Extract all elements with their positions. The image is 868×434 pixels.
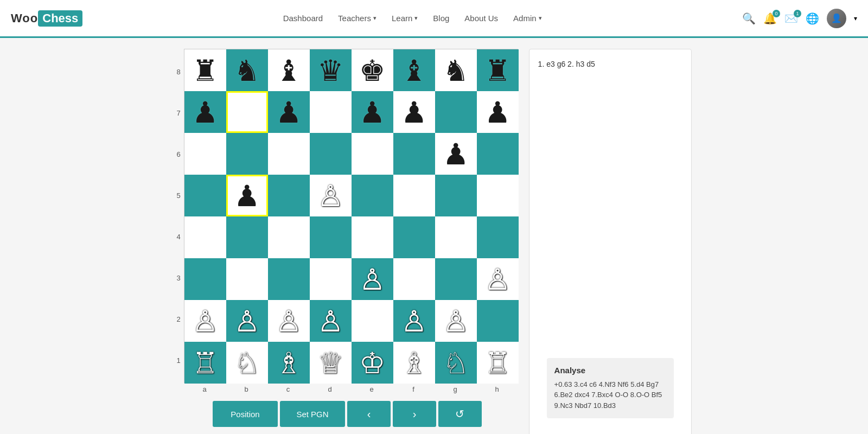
- nav-dashboard[interactable]: Dashboard: [283, 14, 323, 23]
- chess-piece: ♙: [484, 265, 510, 294]
- square[interactable]: ♙: [310, 300, 352, 342]
- square[interactable]: ♙: [393, 300, 435, 342]
- square[interactable]: ♟: [352, 91, 393, 133]
- square[interactable]: ♘: [435, 342, 477, 384]
- square[interactable]: ♟: [268, 91, 310, 133]
- learn-chevron: ▾: [414, 15, 418, 22]
- file-c: c: [267, 385, 309, 393]
- square[interactable]: [435, 216, 477, 258]
- square[interactable]: [352, 133, 393, 175]
- teachers-chevron: ▾: [373, 15, 376, 22]
- nav-teachers[interactable]: Teachers ▾: [338, 14, 376, 23]
- square[interactable]: [435, 175, 477, 216]
- rank-3: 3: [176, 257, 180, 298]
- square[interactable]: ♖: [477, 342, 519, 384]
- file-b: b: [226, 385, 267, 393]
- square[interactable]: [393, 175, 435, 216]
- nav-blog[interactable]: Blog: [433, 14, 449, 23]
- chess-piece: ♙: [276, 307, 302, 336]
- square[interactable]: ♛: [310, 49, 352, 91]
- square[interactable]: [268, 258, 310, 300]
- square[interactable]: ♞: [226, 49, 268, 91]
- square[interactable]: [477, 300, 519, 342]
- square[interactable]: [477, 216, 519, 258]
- avatar-chevron[interactable]: ▾: [854, 15, 857, 22]
- square[interactable]: [393, 133, 435, 175]
- square[interactable]: ♙: [268, 300, 310, 342]
- square[interactable]: ♚: [352, 49, 393, 91]
- square[interactable]: ♗: [393, 342, 435, 384]
- square[interactable]: [435, 91, 477, 133]
- square[interactable]: ♟: [393, 91, 435, 133]
- messages-icon[interactable]: ✉️ 1: [784, 12, 798, 25]
- square[interactable]: ♜: [184, 49, 226, 91]
- square[interactable]: ♙: [184, 300, 226, 342]
- square[interactable]: ♕: [310, 342, 352, 384]
- rank-8: 8: [176, 51, 180, 92]
- square[interactable]: ♞: [435, 49, 477, 91]
- square[interactable]: ♙: [435, 300, 477, 342]
- square[interactable]: [310, 216, 352, 258]
- logo[interactable]: WooChess: [11, 10, 82, 27]
- square[interactable]: ♗: [268, 342, 310, 384]
- square[interactable]: ♝: [393, 49, 435, 91]
- next-button[interactable]: ›: [393, 401, 436, 427]
- square[interactable]: [310, 258, 352, 300]
- square[interactable]: [477, 133, 519, 175]
- square[interactable]: ♜: [477, 49, 519, 91]
- square[interactable]: [352, 175, 393, 216]
- square[interactable]: [184, 175, 226, 216]
- square[interactable]: ♟: [435, 133, 477, 175]
- chess-piece: ♛: [317, 56, 343, 85]
- notifications-icon[interactable]: 🔔 0: [763, 12, 777, 25]
- reset-button[interactable]: ↺: [438, 401, 482, 427]
- square[interactable]: ♟: [226, 175, 268, 216]
- main-nav: Dashboard Teachers ▾ Learn ▾ Blog About …: [283, 14, 542, 23]
- square[interactable]: ♙: [477, 258, 519, 300]
- square[interactable]: ♔: [352, 342, 393, 384]
- square[interactable]: ♝: [268, 49, 310, 91]
- square[interactable]: [393, 258, 435, 300]
- square[interactable]: ♙: [352, 258, 393, 300]
- admin-chevron: ▾: [539, 15, 542, 22]
- square[interactable]: ♙: [226, 300, 268, 342]
- square[interactable]: [352, 216, 393, 258]
- file-h: h: [476, 385, 518, 393]
- square[interactable]: [477, 175, 519, 216]
- set-pgn-button[interactable]: Set PGN: [280, 401, 345, 427]
- avatar[interactable]: 👤: [827, 9, 846, 28]
- square[interactable]: [268, 175, 310, 216]
- position-button[interactable]: Position: [213, 401, 278, 427]
- square[interactable]: ♘: [226, 342, 268, 384]
- square[interactable]: ♟: [184, 91, 226, 133]
- square[interactable]: [352, 300, 393, 342]
- square[interactable]: [226, 91, 268, 133]
- prev-button[interactable]: ‹: [347, 401, 391, 427]
- square[interactable]: ♙: [310, 175, 352, 216]
- square[interactable]: [393, 216, 435, 258]
- square[interactable]: [268, 216, 310, 258]
- nav-about-us[interactable]: About Us: [464, 14, 498, 23]
- square[interactable]: [226, 258, 268, 300]
- square[interactable]: [435, 258, 477, 300]
- search-icon[interactable]: 🔍: [742, 12, 756, 25]
- square[interactable]: ♟: [477, 91, 519, 133]
- nav-admin[interactable]: Admin ▾: [513, 14, 542, 23]
- chess-board-container: ♜♞♝♛♚♝♞♜♟♟♟♟♟♟♟♙♙♙♙♙♙♙♙♙♖♘♗♕♔♗♘♖ a b c d…: [184, 49, 518, 395]
- square[interactable]: [226, 133, 268, 175]
- square[interactable]: [268, 133, 310, 175]
- analysis-panel: 1. e3 g6 2. h3 d5 Analyse +0.63 3.c4 c6 …: [529, 49, 692, 434]
- globe-icon[interactable]: 🌐: [806, 12, 819, 25]
- square[interactable]: [226, 216, 268, 258]
- square[interactable]: [184, 216, 226, 258]
- square[interactable]: [310, 91, 352, 133]
- square[interactable]: [184, 133, 226, 175]
- square[interactable]: ♖: [184, 342, 226, 384]
- chess-board[interactable]: ♜♞♝♛♚♝♞♜♟♟♟♟♟♟♟♙♙♙♙♙♙♙♙♙♖♘♗♕♔♗♘♖: [184, 49, 518, 383]
- square[interactable]: [184, 258, 226, 300]
- square[interactable]: [310, 133, 352, 175]
- nav-learn[interactable]: Learn ▾: [392, 14, 418, 23]
- file-f: f: [393, 385, 435, 393]
- chess-piece: ♙: [234, 307, 260, 336]
- logo-chess: Chess: [38, 10, 82, 27]
